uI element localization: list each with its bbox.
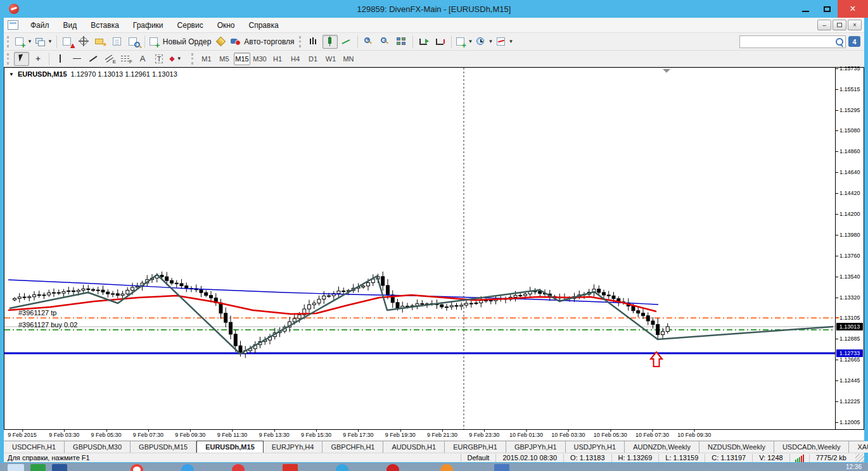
opera-icon[interactable] bbox=[232, 464, 245, 471]
tab-xauusdh-daily[interactable]: XAUUSDh,Daily bbox=[849, 441, 868, 453]
tab-usdchfh-h1[interactable]: USDCHFh,H1 bbox=[4, 441, 65, 453]
menu-item-7[interactable]: Справка bbox=[242, 18, 286, 33]
tab-audnzdh-weekly[interactable]: AUDNZDh,Weekly bbox=[625, 441, 699, 453]
timeframe-m5-button[interactable]: M5 bbox=[216, 53, 233, 65]
menu-item-4[interactable]: Графики bbox=[126, 18, 170, 33]
templates-button[interactable]: ▼ bbox=[495, 35, 514, 49]
order-label-buy[interactable]: #3961127 buy 0.02 bbox=[18, 321, 77, 329]
tab-gbpusdh-m30[interactable]: GBPUSDh,M30 bbox=[65, 441, 131, 453]
toolbar-grip[interactable] bbox=[7, 53, 11, 65]
chart-area[interactable]: ▼ EURUSDh,M15 1.12970 1.13013 1.12961 1.… bbox=[4, 67, 864, 430]
zoom-in-button[interactable]: + bbox=[361, 35, 376, 49]
tab-audusdh-h1[interactable]: AUDUSDh,H1 bbox=[383, 441, 445, 453]
tab-usdcadh-weekly[interactable]: USDCADh,Weekly bbox=[774, 441, 850, 453]
skype-icon[interactable] bbox=[336, 464, 348, 471]
yandex-browser-icon[interactable] bbox=[283, 464, 298, 471]
order-label-tp[interactable]: #3961127 tp bbox=[18, 309, 56, 317]
crosshair-tool-button[interactable]: + bbox=[30, 52, 46, 66]
navigator-button[interactable]: ★ bbox=[93, 35, 108, 49]
text-label-tool-button[interactable]: T bbox=[151, 52, 167, 66]
timeframe-m30-button[interactable]: M30 bbox=[252, 53, 268, 65]
tab-gbpjpyh-h1[interactable]: GBPJPYh,H1 bbox=[506, 441, 566, 453]
tab-usdjpyh-h1[interactable]: USDJPYh,H1 bbox=[566, 441, 625, 453]
tab-gbpusdh-m15[interactable]: GBPUSDh,M15 bbox=[131, 441, 196, 453]
tab-eurjpyh-h4[interactable]: EURJPYh,H4 bbox=[264, 441, 323, 453]
notifications-badge[interactable]: 4 bbox=[848, 36, 860, 47]
market-watch-button[interactable]: ▲ bbox=[60, 35, 75, 49]
last-bar-marker-icon[interactable] bbox=[663, 69, 670, 73]
price-axis[interactable]: 1.157351.155151.152951.150801.148601.146… bbox=[835, 68, 864, 429]
metaeditor-button[interactable] bbox=[213, 35, 228, 49]
price-chart-svg[interactable] bbox=[4, 68, 835, 429]
equidistant-channel-tool-button[interactable]: E bbox=[102, 52, 117, 66]
time-label: 9 Feb 11:30 bbox=[217, 432, 247, 438]
strategy-tester-button[interactable] bbox=[126, 35, 141, 49]
vertical-line-tool-button[interactable] bbox=[53, 52, 68, 66]
arrows-tool-button[interactable]: ◆▼ bbox=[168, 52, 183, 66]
title-bar: 129859: DivenFX-Main - [EURUSDh,M15] × bbox=[0, 0, 868, 18]
tab-eurgbph-h1[interactable]: EURGBPh,H1 bbox=[445, 441, 506, 453]
toolbar-grip[interactable] bbox=[191, 53, 196, 65]
text-tool-button[interactable]: A bbox=[135, 52, 150, 66]
menu-item-2[interactable]: Вид bbox=[56, 18, 84, 33]
chart-document-icon[interactable] bbox=[8, 20, 18, 30]
price-tick: 1.12885 bbox=[839, 336, 860, 342]
data-window-button[interactable] bbox=[77, 35, 92, 49]
chrome-icon[interactable] bbox=[131, 464, 143, 471]
chart-restore-button[interactable] bbox=[833, 20, 846, 30]
time-label: 10 Feb 03:30 bbox=[551, 432, 585, 438]
menu-item-1[interactable]: Файл bbox=[23, 18, 56, 33]
taskbar-clock[interactable]: 12:36 bbox=[846, 463, 868, 470]
word-icon[interactable] bbox=[52, 464, 67, 471]
menu-item-6[interactable]: Окно bbox=[210, 18, 242, 33]
search-input[interactable] bbox=[740, 38, 835, 46]
fibonacci-tool-button[interactable]: F bbox=[118, 52, 134, 66]
bar-chart-button[interactable] bbox=[306, 35, 321, 49]
timeframe-mn-button[interactable]: MN bbox=[340, 53, 357, 65]
new-chart-button[interactable]: +▼ bbox=[14, 35, 33, 49]
photos-icon[interactable] bbox=[181, 464, 194, 471]
chevron-down-icon[interactable]: ▼ bbox=[9, 72, 14, 77]
menu-item-3[interactable]: Вставка bbox=[84, 18, 126, 33]
toolbar-grip[interactable] bbox=[299, 36, 303, 47]
timeframe-h1-button[interactable]: H1 bbox=[269, 53, 286, 65]
tab-gbpchfh-h1[interactable]: GBPCHFh,H1 bbox=[322, 441, 383, 453]
resize-grip[interactable] bbox=[855, 454, 864, 462]
calendar-icon[interactable] bbox=[494, 464, 509, 471]
timeframe-m1-button[interactable]: M1 bbox=[198, 53, 215, 65]
zoom-out-button[interactable]: - bbox=[378, 35, 393, 49]
new-order-button[interactable]: + Новый Ордер bbox=[148, 35, 212, 49]
drawing-toolbar: + E F A T ◆▼ M1M5M15M30H1H4D1W1MN bbox=[4, 51, 864, 67]
terminal-button[interactable] bbox=[110, 35, 125, 49]
auto-scroll-button[interactable] bbox=[416, 35, 431, 49]
status-profile[interactable]: Default bbox=[461, 454, 497, 462]
time-label: 9 Feb 15:30 bbox=[301, 432, 331, 438]
profiles-button[interactable]: ▼ bbox=[34, 35, 53, 49]
periods-button[interactable]: ▼ bbox=[475, 35, 494, 49]
timeframe-m15-button[interactable]: M15 bbox=[234, 53, 250, 65]
time-axis[interactable]: 9 Feb 20159 Feb 03:309 Feb 05:309 Feb 07… bbox=[4, 430, 864, 441]
line-chart-button[interactable] bbox=[339, 35, 354, 49]
menu-item-5[interactable]: Сервис bbox=[170, 18, 210, 33]
store-icon[interactable] bbox=[30, 464, 46, 471]
app-orange-icon[interactable] bbox=[440, 464, 453, 471]
windows-start-icon[interactable] bbox=[8, 464, 24, 471]
tab-nzdusdh-weekly[interactable]: NZDUSDh,Weekly bbox=[699, 441, 774, 453]
trendline-tool-button[interactable] bbox=[86, 52, 101, 66]
candlestick-chart-button[interactable] bbox=[322, 35, 338, 49]
timeframe-w1-button[interactable]: W1 bbox=[322, 53, 339, 65]
search-icon[interactable] bbox=[835, 37, 843, 46]
horizontal-line-tool-button[interactable] bbox=[69, 52, 84, 66]
toolbar-grip[interactable] bbox=[7, 36, 11, 47]
autotrading-button[interactable]: Авто-торговля bbox=[229, 35, 295, 49]
indicators-button[interactable]: +▼ bbox=[455, 35, 474, 49]
chart-shift-button[interactable] bbox=[433, 35, 448, 49]
timeframe-d1-button[interactable]: D1 bbox=[305, 53, 321, 65]
timeframe-h4-button[interactable]: H4 bbox=[287, 53, 303, 65]
app-red-icon[interactable] bbox=[386, 464, 399, 471]
tab-eurusdh-m15[interactable]: EURUSDh,M15 bbox=[196, 441, 264, 453]
tile-windows-button[interactable] bbox=[394, 35, 409, 49]
chart-close-button[interactable]: × bbox=[848, 20, 862, 30]
chart-minimize-button[interactable]: – bbox=[817, 20, 831, 30]
cursor-tool-button[interactable] bbox=[14, 52, 29, 66]
